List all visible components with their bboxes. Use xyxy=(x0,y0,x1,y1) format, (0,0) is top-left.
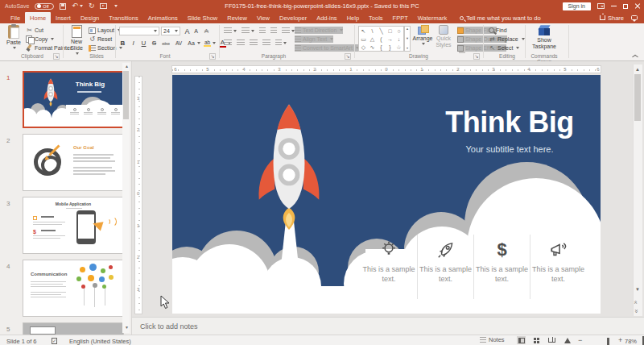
tab-animations[interactable]: Animations xyxy=(143,12,183,23)
gallery-down-icon[interactable]: ▼ xyxy=(406,37,409,40)
zoom-slider-thumb[interactable] xyxy=(607,338,609,345)
find-button[interactable]: Find xyxy=(489,27,507,34)
grow-font-button[interactable]: A xyxy=(184,27,191,35)
shape-arc-icon[interactable]: ( xyxy=(380,36,382,42)
restore-icon[interactable] xyxy=(623,4,628,9)
select-button[interactable]: ↖Select xyxy=(489,44,519,52)
highlight-color-button[interactable]: ab xyxy=(204,39,216,47)
section-button[interactable]: Section xyxy=(89,44,122,52)
save-icon[interactable] xyxy=(60,3,66,10)
reset-button[interactable]: ↺Reset xyxy=(89,35,112,43)
align-left-icon[interactable] xyxy=(224,39,232,46)
shape-star-icon[interactable]: ☆ xyxy=(396,44,401,50)
numbering-button[interactable] xyxy=(242,27,254,34)
convert-smartart-button[interactable]: Convert to SmartArt xyxy=(295,44,359,52)
undo-button[interactable]: ↶ xyxy=(72,2,83,10)
feature-finance[interactable]: $ This is a sample text. xyxy=(473,235,530,299)
slide-thumbnail-1[interactable]: Think Big xyxy=(23,71,124,128)
spell-check-icon[interactable]: ✓ xyxy=(52,338,57,344)
slide-canvas[interactable]: Think Big Your subtitle text here. This … xyxy=(172,75,601,314)
font-name-combo[interactable] xyxy=(119,27,159,35)
copy-button[interactable]: Copy xyxy=(26,35,54,43)
view-normal-button[interactable] xyxy=(517,336,526,344)
tab-tools[interactable]: Tools xyxy=(364,12,388,23)
slide-thumbnail-4[interactable]: Communication xyxy=(23,260,124,317)
view-slide-sorter-button[interactable] xyxy=(532,336,541,344)
language-indicator[interactable]: English (United States) xyxy=(69,338,131,345)
slide-thumbnail-3[interactable]: Mobile Application $ xyxy=(23,197,124,254)
decrease-indent-icon[interactable] xyxy=(259,27,266,34)
drawing-dialog-launcher-icon[interactable]: ↘ xyxy=(473,53,480,60)
font-dialog-launcher-icon[interactable]: ↘ xyxy=(209,53,216,60)
shape-curve-icon[interactable]: ∿ xyxy=(370,44,375,50)
redo-icon[interactable]: ↻ xyxy=(89,2,95,10)
tab-slide-show[interactable]: Slide Show xyxy=(183,12,223,23)
tab-watermark[interactable]: Watermark xyxy=(413,12,452,23)
underline-button[interactable]: U xyxy=(140,39,147,47)
zoom-level[interactable]: 78% xyxy=(625,338,637,345)
slide-subtitle[interactable]: Your subtitle text here. xyxy=(408,144,601,154)
format-painter-button[interactable]: Format Painter xyxy=(26,44,72,52)
share-button[interactable]: Share xyxy=(600,15,624,22)
tab-add-ins[interactable]: Add-ins xyxy=(312,12,341,23)
feature-idea[interactable]: This is a sample text. xyxy=(361,235,417,299)
tab-insert[interactable]: Insert xyxy=(51,12,76,23)
bullets-button[interactable] xyxy=(224,27,237,34)
tab-design[interactable]: Design xyxy=(76,12,104,23)
replace-button[interactable]: ⇄Replace xyxy=(489,35,525,43)
feature-marketing[interactable]: This is a sample text. xyxy=(530,235,586,299)
shape-diamond-icon[interactable]: ◇ xyxy=(361,44,365,50)
shape-line2-icon[interactable]: ╲ xyxy=(379,28,382,34)
tab-transitions[interactable]: Transitions xyxy=(104,12,142,23)
thumb-scroll-up-icon[interactable]: ▲ xyxy=(125,64,129,69)
feature-launch[interactable]: This is a sample text. xyxy=(417,235,473,299)
ribbon-display-options-icon[interactable] xyxy=(597,3,605,9)
strikethrough-button[interactable]: S xyxy=(151,39,158,47)
previous-slide-icon[interactable]: » xyxy=(633,301,639,304)
shrink-font-button[interactable]: A xyxy=(192,28,200,34)
thumb-scroll-down-icon[interactable]: ▼ xyxy=(125,326,129,330)
shape-brace-right-icon[interactable]: } xyxy=(389,44,390,50)
tell-me-box[interactable]: Tell me what you want to do xyxy=(460,12,541,23)
justify-icon[interactable] xyxy=(262,39,270,46)
shape-oval-icon[interactable]: ○ xyxy=(397,28,400,34)
notes-pane[interactable]: Click to add notes xyxy=(132,317,644,335)
shape-line-icon[interactable]: \ xyxy=(372,28,374,34)
slide-thumbnail-2[interactable]: Our Goal xyxy=(23,134,124,191)
tab-developer[interactable]: Developer xyxy=(275,12,312,23)
editor-scrollbar-thumb[interactable] xyxy=(634,74,641,121)
view-slideshow-button[interactable] xyxy=(563,336,572,344)
shape-rect-icon[interactable]: □ xyxy=(388,28,391,34)
qat-customize-icon[interactable] xyxy=(114,5,118,7)
font-size-combo[interactable]: 24 xyxy=(161,27,180,35)
tab-help[interactable]: Help xyxy=(342,12,364,23)
italic-button[interactable]: I xyxy=(130,39,137,47)
autosave-toggle[interactable]: Off xyxy=(35,3,54,10)
tab-view[interactable]: View xyxy=(252,12,275,23)
align-center-icon[interactable] xyxy=(237,39,245,46)
next-slide-icon[interactable]: » xyxy=(633,310,639,313)
thumbnail-scrollbar-thumb[interactable] xyxy=(123,71,129,119)
align-right-icon[interactable] xyxy=(250,39,258,46)
notes-toggle[interactable]: Notes xyxy=(480,336,505,343)
clipboard-dialog-launcher-icon[interactable]: ↘ xyxy=(53,53,60,60)
view-reading-button[interactable] xyxy=(547,336,556,344)
minimize-icon[interactable] xyxy=(611,6,617,6)
clear-formatting-button[interactable]: A xyxy=(203,27,210,35)
shape-rounded-rect-icon[interactable]: ▭ xyxy=(361,36,366,42)
tab-file[interactable]: File xyxy=(6,12,25,23)
tab-review[interactable]: Review xyxy=(222,12,252,23)
slide-title[interactable]: Think Big xyxy=(408,106,601,139)
sign-in-button[interactable]: Sign in xyxy=(563,2,591,10)
change-case-button[interactable]: Aa xyxy=(187,40,200,46)
shape-pointer-icon[interactable]: ↖ xyxy=(361,28,366,34)
paragraph-dialog-launcher-icon[interactable]: ↘ xyxy=(345,53,351,60)
gallery-up-icon[interactable]: ▲ xyxy=(406,27,409,31)
start-slideshow-icon[interactable] xyxy=(100,3,107,9)
text-direction-button[interactable]: Text Direction xyxy=(295,27,343,34)
scroll-down-icon[interactable]: ▼ xyxy=(635,287,640,292)
tab-fppt[interactable]: FPPT xyxy=(388,12,413,23)
shape-triangle-icon[interactable]: △ xyxy=(370,36,374,42)
zoom-out-button[interactable]: − xyxy=(578,336,582,344)
shape-arrow-right-icon[interactable]: → xyxy=(387,36,393,42)
